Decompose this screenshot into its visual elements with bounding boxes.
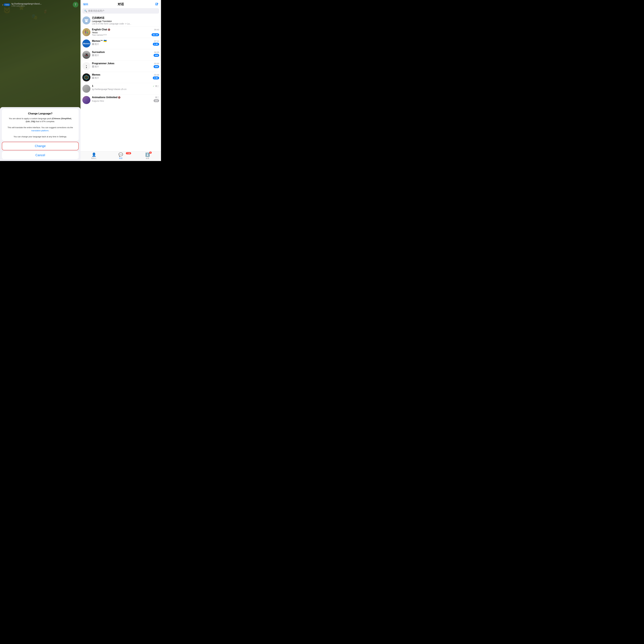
english-chat-preview2: Two names??? bbox=[92, 34, 151, 36]
chat-list: 已归档对话 Language Translator List is in the… bbox=[81, 15, 161, 151]
modal-card: Change Language? You are about to apply … bbox=[2, 109, 79, 141]
memes9-name: Memes bbox=[92, 73, 100, 76]
change-button-wrap: Change bbox=[2, 142, 79, 150]
modal-body-text1: You are about to apply a custom language… bbox=[9, 117, 52, 120]
archive-avatar bbox=[82, 16, 90, 24]
animations-name: Animations Unlimited 🔇 bbox=[92, 96, 120, 99]
animations-preview: Kagura Hino bbox=[92, 100, 153, 102]
list-item[interactable]: 已归档对话 Language Translator List is in the… bbox=[81, 15, 161, 27]
tab-chats[interactable]: 💬 7.3K 对话 bbox=[107, 152, 134, 159]
programmer-name: Programmer Jokes bbox=[92, 62, 114, 65]
one-preview: tg://setlanguage?lang=classic-zh-cn bbox=[92, 88, 159, 90]
settings-label: 设置 bbox=[146, 157, 149, 159]
one-time: ✓ 周二 bbox=[153, 85, 159, 88]
english-chat-time: 09:43 bbox=[154, 28, 159, 31]
surrealism-time: 04:30 bbox=[154, 51, 159, 53]
conversations-title: 对话 bbox=[102, 2, 140, 6]
search-icon: 🔍 bbox=[84, 10, 87, 12]
tab-bar: 👤 联系人 💬 7.3K 对话 ⬇️ 5 设置 bbox=[81, 151, 161, 161]
modal-body-text3: This will translate the entire interface… bbox=[8, 126, 73, 129]
svg-point-22 bbox=[86, 77, 87, 78]
english-chat-content: English Chat 🔇 09:43 Yesss Two names??? … bbox=[92, 28, 159, 36]
modal-body: You are about to apply a custom language… bbox=[5, 117, 76, 138]
one-name: 1 bbox=[92, 85, 93, 87]
list-item[interactable]: 🎩 Surrealism 04:30 🖼 图片 446 bbox=[81, 49, 161, 61]
english-chat-preview1: Yesss bbox=[92, 31, 151, 34]
compose-button[interactable] bbox=[140, 3, 159, 6]
list-item[interactable]: Animations Unlimited 🔇 周二 Kagura Hino 18… bbox=[81, 94, 161, 106]
tab-contacts[interactable]: 👤 联系人 bbox=[81, 152, 107, 159]
surrealism-preview: 🖼 图片 bbox=[92, 54, 153, 57]
animations-badge: 181 bbox=[154, 99, 159, 102]
one-avatar bbox=[82, 85, 90, 93]
right-panel: 编辑 对话 🔍 搜索消息或用户 已归档对话 bbox=[81, 0, 161, 161]
translation-platform-link[interactable]: translation platform bbox=[31, 129, 49, 132]
surrealism-badge: 446 bbox=[154, 54, 159, 57]
cancel-button[interactable]: Cancel bbox=[2, 151, 79, 159]
english-chat-avatar: 👫 bbox=[82, 28, 90, 36]
modal-body-period: . bbox=[48, 129, 49, 132]
memes-ukraine-name: Memes™ 🇺🇦 bbox=[92, 39, 107, 42]
surrealism-content: Surrealism 04:30 🖼 图片 446 bbox=[92, 51, 159, 57]
left-panel: 🐱 ⭐ 🎭 🌸 🎪 🎨 🐶 💎 🎵 🌙 🎠 🦋 🎈 ⚡ 🌟 🎁 🐸 🎺 🦄 🏆 … bbox=[0, 0, 81, 161]
settings-tab-badge: 5 bbox=[149, 152, 152, 154]
cancel-button-wrap: Cancel bbox=[2, 151, 79, 159]
memes-ukraine-badge: 1.4K bbox=[153, 43, 159, 46]
search-placeholder: 搜索消息或用户 bbox=[88, 9, 104, 12]
search-bar[interactable]: 🔍 搜索消息或用户 bbox=[82, 8, 159, 14]
memes9-time: 03:30 bbox=[154, 74, 159, 76]
change-language-dialog: Change Language? You are about to apply … bbox=[0, 107, 81, 161]
english-chat-name: English Chat 🔇 bbox=[92, 28, 110, 31]
chats-tab-badge: 7.3K bbox=[126, 152, 131, 154]
memes9-avatar bbox=[82, 73, 90, 81]
list-item[interactable]: Memes Memes™ 🇺🇦 07:11 🖼 图片 1.4K bbox=[81, 38, 161, 49]
modal-title: Change Language? bbox=[5, 112, 76, 115]
contacts-icon: 👤 bbox=[92, 152, 96, 157]
list-item[interactable]: 1 ✓ 周二 tg://setlanguage?lang=classic-zh-… bbox=[81, 83, 161, 94]
memes-ukraine-time: 07:11 bbox=[154, 40, 159, 42]
english-chat-badge: 42.1K bbox=[152, 33, 159, 36]
chats-label: 对话 bbox=[119, 157, 122, 159]
programmer-preview: 🖼 图片 bbox=[92, 65, 153, 68]
list-item[interactable]: Memes 03:30 🖼 图片 2.9K bbox=[81, 72, 161, 83]
archive-preview2: List is in the form Language code -> La.… bbox=[92, 22, 159, 25]
animations-mute-icon: 🔇 bbox=[118, 96, 120, 99]
memes-ukraine-avatar: Memes bbox=[82, 39, 90, 48]
archive-chat-content: 已归档对话 Language Translator List is in the… bbox=[92, 16, 159, 25]
one-content: 1 ✓ 周二 tg://setlanguage?lang=classic-zh-… bbox=[92, 85, 159, 90]
animations-avatar bbox=[82, 96, 90, 104]
programmer-avatar: ; bbox=[82, 62, 90, 70]
archive-name: 已归档对话 bbox=[92, 16, 104, 20]
list-item[interactable]: 👫 English Chat 🔇 09:43 Yesss Two names??… bbox=[81, 27, 161, 38]
memes9-content: Memes 03:30 🖼 图片 2.9K bbox=[92, 73, 159, 79]
conversations-header: 编辑 对话 bbox=[81, 0, 161, 8]
memes-ukraine-preview: 🖼 图片 bbox=[92, 43, 152, 46]
modal-body-text2: that is 87% complete. bbox=[35, 120, 55, 123]
contacts-label: 联系人 bbox=[91, 157, 96, 159]
mute-icon: 🔇 bbox=[108, 28, 110, 31]
edit-button[interactable]: 编辑 bbox=[83, 2, 102, 6]
surrealism-name: Surrealism bbox=[92, 51, 105, 54]
programmer-badge: 499 bbox=[154, 65, 159, 68]
archive-preview1: Language Translator bbox=[92, 20, 159, 22]
change-language-button[interactable]: Change bbox=[2, 142, 78, 150]
modal-overlay: Change Language? You are about to apply … bbox=[0, 0, 81, 161]
tick-icon: ✓ bbox=[153, 85, 154, 87]
animations-time: 周二 bbox=[155, 96, 159, 99]
memes9-preview: 🖼 图片 bbox=[92, 77, 152, 79]
tab-settings[interactable]: ⬇️ 5 设置 bbox=[134, 152, 161, 159]
surrealism-avatar: 🎩 bbox=[82, 51, 90, 59]
programmer-content: Programmer Jokes 03:30 🖼 图片 499 bbox=[92, 62, 159, 68]
programmer-time: 03:30 bbox=[154, 62, 159, 65]
memes-ukraine-content: Memes™ 🇺🇦 07:11 🖼 图片 1.4K bbox=[92, 39, 159, 46]
animations-content: Animations Unlimited 🔇 周二 Kagura Hino 18… bbox=[92, 96, 159, 102]
list-item[interactable]: ; Programmer Jokes 03:30 🖼 图片 499 bbox=[81, 61, 161, 72]
memes9-badge: 2.9K bbox=[153, 76, 159, 79]
modal-body-text4: You can change your language back at any… bbox=[14, 135, 67, 138]
chats-icon: 💬 bbox=[118, 152, 123, 157]
